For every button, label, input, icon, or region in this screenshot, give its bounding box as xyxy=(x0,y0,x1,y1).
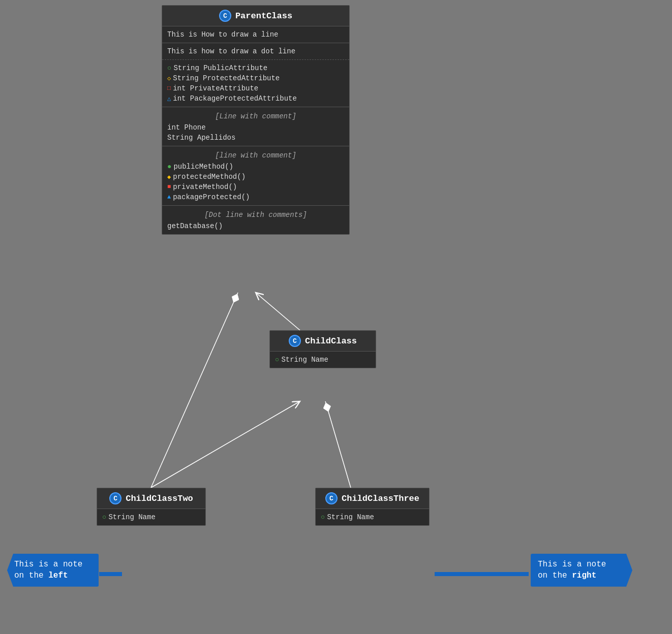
child-class-two-header: C ChildClassTwo xyxy=(97,488,205,509)
child-class-two-attributes: ○ String Name xyxy=(97,509,205,525)
parent-section-note1: This is How to draw a line xyxy=(162,26,349,43)
parent-comment-attrs-section: [Line with comment] int Phone String Ape… xyxy=(162,107,349,146)
child-three-attr-name: ○ String Name xyxy=(321,512,424,522)
vis-public-icon: ○ xyxy=(167,64,171,72)
parent-class-icon: C xyxy=(219,10,231,22)
comment-dot-line: [Dot line with comments] xyxy=(167,209,344,221)
parent-class-name: ParentClass xyxy=(235,11,292,21)
aggregation-arrow-childthree-to-child xyxy=(325,401,351,488)
note2-text: This is how to draw a dot line xyxy=(167,46,344,56)
vis-package-icon: △ xyxy=(167,95,171,103)
method-private: ■ privateMethod() xyxy=(167,182,344,192)
child-class-three-icon: C xyxy=(325,492,338,504)
attr-protected: ◇ String ProtectedAttribute xyxy=(167,73,344,83)
parent-class-header: C ParentClass xyxy=(162,6,349,26)
vis-private-icon: □ xyxy=(167,85,171,92)
vis-method-private-icon: ■ xyxy=(167,183,171,191)
plain-attr-phone: int Phone xyxy=(167,122,344,133)
child-class-header: C ChildClass xyxy=(270,331,376,352)
vis-protected-icon: ◇ xyxy=(167,75,171,82)
child-class-three-name: ChildClassThree xyxy=(342,494,419,503)
note-right-box: This is a note on the right xyxy=(531,554,632,587)
vis-method-package-icon: ▲ xyxy=(167,194,171,201)
child-class-three-header: C ChildClassThree xyxy=(316,488,429,509)
note1-text: This is How to draw a line xyxy=(167,29,344,40)
child-class-three-attributes: ○ String Name xyxy=(316,509,429,525)
child-class-attributes: ○ String Name xyxy=(270,352,376,368)
child-two-attr-name: ○ String Name xyxy=(102,512,200,522)
child-class-two-box: C ChildClassTwo ○ String Name xyxy=(97,488,206,526)
attr-package: △ int PackageProtectedAttribute xyxy=(167,93,344,104)
note-left-box: This is a note on the left xyxy=(7,554,99,587)
method-protected: ◆ protectedMethod() xyxy=(167,172,344,182)
vis-childthree-public-icon: ○ xyxy=(321,513,325,521)
parent-class-box: C ParentClass This is How to draw a line… xyxy=(162,5,350,235)
parent-section-note2: This is how to draw a dot line xyxy=(162,43,349,60)
vis-child-public-icon: ○ xyxy=(275,356,279,364)
method-public: ● publicMethod() xyxy=(167,162,344,172)
aggregation-arrow-childtwo-to-parent xyxy=(151,293,238,488)
vis-method-public-icon: ● xyxy=(167,163,171,171)
child-class-three-box: C ChildClassThree ○ String Name xyxy=(315,488,430,526)
vis-childtwo-public-icon: ○ xyxy=(102,513,106,521)
attr-private: □ int PrivateAttribute xyxy=(167,83,344,93)
child-class-name: ChildClass xyxy=(305,336,357,346)
inheritance-arrow-child-to-parent xyxy=(256,293,300,330)
child-class-icon: C xyxy=(289,335,301,347)
parent-extra-section: [Dot line with comments] getDatabase() xyxy=(162,206,349,234)
attr-public: ○ String PublicAttribute xyxy=(167,63,344,73)
method-package: ▲ packageProtected() xyxy=(167,192,344,202)
parent-methods-section: [line with comment] ● publicMethod() ◆ p… xyxy=(162,146,349,206)
vis-method-protected-icon: ◆ xyxy=(167,173,171,181)
child-attr-name: ○ String Name xyxy=(275,355,371,365)
extra-method-getdatabase: getDatabase() xyxy=(167,221,344,231)
comment-line-methods: [line with comment] xyxy=(167,149,344,162)
child-class-two-name: ChildClassTwo xyxy=(126,494,193,503)
plain-attr-apellidos: String Apellidos xyxy=(167,133,344,143)
comment-line-with-comment: [Line with comment] xyxy=(167,110,344,122)
child-class-two-icon: C xyxy=(109,492,121,504)
inheritance-arrow-childtwo-to-child xyxy=(151,401,300,488)
child-class-box: C ChildClass ○ String Name xyxy=(269,330,376,368)
parent-attributes-section: ○ String PublicAttribute ◇ String Protec… xyxy=(162,60,349,107)
